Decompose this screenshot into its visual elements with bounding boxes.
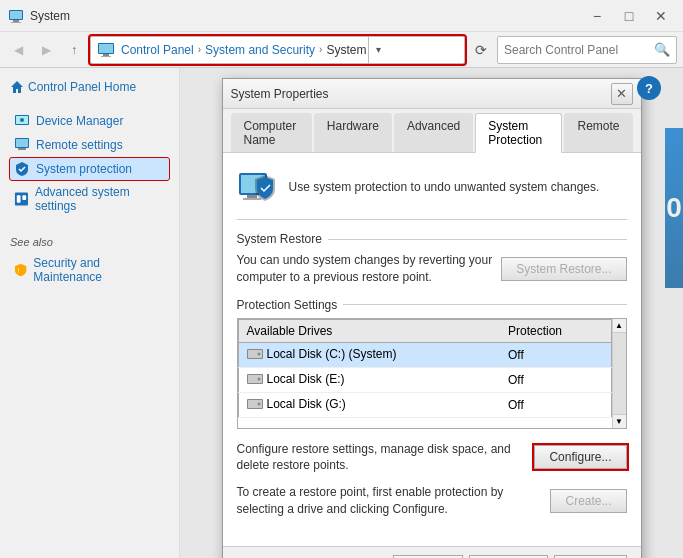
scrollbar-thumb (613, 333, 626, 414)
forward-button[interactable]: ▶ (34, 38, 58, 62)
tab-advanced[interactable]: Advanced (394, 113, 473, 152)
title-bar: System − □ ✕ (0, 0, 683, 32)
sidebar-system-protection-label: System protection (36, 162, 132, 176)
drive-c-name: Local Disk (C:) (System) (238, 342, 500, 367)
system-restore-button[interactable]: System Restore... (501, 257, 626, 281)
table-row[interactable]: Local Disk (G:) Off (238, 392, 611, 417)
drive-icon (247, 398, 263, 410)
advanced-icon (14, 191, 29, 207)
drives-table: Available Drives Protection (238, 319, 612, 418)
minimize-button[interactable]: − (583, 4, 611, 28)
dialog-header: Use system protection to undo unwanted s… (237, 167, 627, 220)
create-section: To create a restore point, first enable … (237, 484, 627, 518)
breadcrumb-system-security[interactable]: System and Security (205, 43, 315, 57)
refresh-button[interactable]: ⟳ (469, 38, 493, 62)
see-also-label: See also (10, 236, 169, 248)
svg-point-31 (257, 402, 260, 405)
tab-system-protection[interactable]: System Protection (475, 113, 562, 153)
sidebar-item-remote-settings[interactable]: Remote settings (10, 134, 169, 156)
breadcrumb-sep-2: › (319, 44, 322, 55)
system-restore-desc: You can undo system changes by reverting… (237, 252, 494, 286)
drive-e-name: Local Disk (E:) (238, 367, 500, 392)
svg-marker-8 (11, 81, 23, 93)
system-restore-section: System Restore You can undo system chang… (237, 232, 627, 286)
svg-rect-13 (16, 139, 28, 147)
search-input[interactable] (504, 43, 654, 57)
shield-icon (14, 161, 30, 177)
maximize-button[interactable]: □ (615, 4, 643, 28)
tab-remote[interactable]: Remote (564, 113, 632, 152)
dialog-header-text: Use system protection to undo unwanted s… (289, 180, 600, 194)
search-box: 🔍 (497, 36, 677, 64)
sidebar-remote-label: Remote settings (36, 138, 123, 152)
system-restore-title: System Restore (237, 232, 627, 246)
table-scrollbar[interactable]: ▲ ▼ (612, 319, 626, 428)
help-button[interactable]: ? (637, 76, 661, 100)
up-button[interactable]: ↑ (62, 38, 86, 62)
svg-rect-7 (101, 56, 111, 57)
drive-e-protection: Off (500, 367, 611, 392)
tab-computer-name[interactable]: Computer Name (231, 113, 312, 152)
sidebar-item-device-manager[interactable]: Device Manager (10, 110, 169, 132)
sidebar-item-advanced-settings[interactable]: Advanced system settings (10, 182, 169, 216)
drive-icon (247, 373, 263, 385)
svg-rect-17 (22, 195, 26, 200)
security-icon: ! (14, 263, 27, 277)
svg-rect-5 (99, 44, 113, 53)
svg-rect-14 (18, 148, 26, 150)
dialog-title-bar: System Properties ✕ (223, 79, 641, 109)
main-area: Control Panel Home Device Manager Remote… (0, 68, 683, 558)
table-row[interactable]: Local Disk (E:) Off (238, 367, 611, 392)
tab-hardware[interactable]: Hardware (314, 113, 392, 152)
svg-rect-3 (10, 11, 22, 19)
svg-point-25 (257, 352, 260, 355)
drives-table-wrapper: Available Drives Protection (237, 318, 627, 429)
content-area: ? 0 System Properties ✕ Computer Name Ha… (180, 68, 683, 558)
breadcrumb-dropdown[interactable]: ▾ (368, 36, 388, 64)
table-row[interactable]: Local Disk (C:) (System) Off (238, 342, 611, 367)
sidebar-home-label: Control Panel Home (28, 80, 136, 94)
window-controls: − □ ✕ (583, 4, 675, 28)
breadcrumb: Control Panel › System and Security › Sy… (90, 36, 465, 64)
drive-c-protection: Off (500, 342, 611, 367)
sidebar-home[interactable]: Control Panel Home (10, 80, 169, 94)
create-desc: To create a restore point, first enable … (237, 484, 541, 518)
col-protection: Protection (500, 319, 611, 342)
back-button[interactable]: ◀ (6, 38, 30, 62)
drive-icon (247, 348, 263, 360)
col-drives: Available Drives (238, 319, 500, 342)
address-bar: ◀ ▶ ↑ Control Panel › System and Securit… (0, 32, 683, 68)
sidebar-advanced-label: Advanced system settings (35, 185, 165, 213)
sidebar-item-system-protection[interactable]: System protection (10, 158, 169, 180)
computer-icon (97, 41, 115, 59)
drive-g-name: Local Disk (G:) (238, 392, 500, 417)
configure-button[interactable]: Configure... (534, 445, 626, 469)
create-button[interactable]: Create... (550, 489, 626, 513)
system-properties-dialog: System Properties ✕ Computer Name Hardwa… (222, 78, 642, 558)
title-text: System (30, 9, 583, 23)
dialog-close-button[interactable]: ✕ (611, 83, 633, 105)
search-icon[interactable]: 🔍 (654, 42, 670, 57)
sidebar-device-manager-label: Device Manager (36, 114, 123, 128)
protection-settings-section: Protection Settings Available Drives Pro… (237, 298, 627, 429)
protection-settings-title: Protection Settings (237, 298, 627, 312)
home-icon (10, 80, 24, 94)
scrollbar-up[interactable]: ▲ (613, 319, 626, 333)
sidebar-link-security[interactable]: ! Security and Maintenance (10, 254, 169, 286)
svg-rect-6 (103, 54, 109, 56)
dialog-body: Use system protection to undo unwanted s… (223, 153, 641, 546)
scrollbar-down[interactable]: ▼ (613, 414, 626, 428)
configure-desc: Configure restore settings, manage disk … (237, 441, 525, 475)
system-restore-body: You can undo system changes by reverting… (237, 252, 627, 286)
dialog-title-text: System Properties (231, 87, 611, 101)
close-button[interactable]: ✕ (647, 4, 675, 28)
dialog-backdrop: System Properties ✕ Computer Name Hardwa… (180, 68, 683, 558)
sidebar: Control Panel Home Device Manager Remote… (0, 68, 180, 558)
breadcrumb-control-panel[interactable]: Control Panel (121, 43, 194, 57)
device-manager-icon (14, 113, 30, 129)
svg-rect-1 (13, 20, 19, 22)
svg-point-28 (257, 377, 260, 380)
svg-point-11 (20, 118, 24, 122)
breadcrumb-sep-1: › (198, 44, 201, 55)
svg-rect-2 (11, 22, 21, 23)
